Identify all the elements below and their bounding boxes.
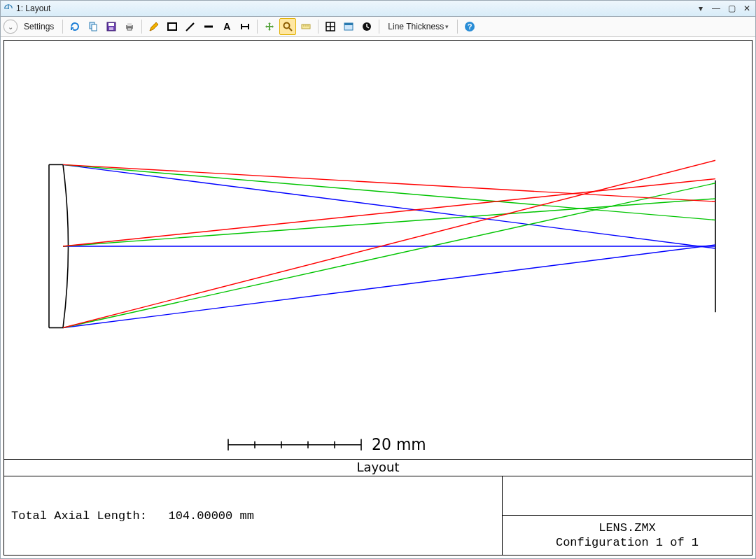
- layout-window: 1: Layout ▾ ― ▢ ✕ ⌄ Settings: [0, 0, 756, 559]
- app-icon: [4, 3, 13, 13]
- minimize-button[interactable]: ―: [710, 3, 722, 13]
- line-thickness-dropdown[interactable]: Line Thickness ▾: [383, 18, 454, 35]
- svg-line-16: [289, 28, 292, 31]
- svg-text:?: ?: [468, 22, 472, 31]
- content-area: 20 mm Layout Total Axial Length: 104.000…: [1, 37, 755, 558]
- info-bottom-right: LENS.ZMX Configuration 1 of 1: [503, 516, 752, 555]
- scale-bar: [228, 439, 361, 451]
- quadrant-icon[interactable]: [322, 18, 339, 35]
- svg-line-37: [63, 183, 715, 328]
- lock-aspect-icon[interactable]: [358, 18, 375, 35]
- svg-rect-5: [109, 27, 113, 30]
- ruler-icon[interactable]: [298, 18, 314, 35]
- ray-trace-svg: 20 mm: [4, 41, 752, 459]
- scale-bar-label: 20 mm: [372, 435, 426, 453]
- line-tool-icon[interactable]: [200, 18, 217, 35]
- expand-settings-icon[interactable]: ⌄: [4, 20, 18, 34]
- info-top-right: [503, 476, 752, 516]
- pan-icon[interactable]: [261, 18, 278, 35]
- svg-rect-4: [108, 23, 114, 26]
- info-panel: Total Axial Length: 104.00000 mm LENS.ZM…: [4, 476, 752, 556]
- svg-point-0: [8, 8, 9, 9]
- svg-rect-8: [127, 28, 132, 30]
- line-thickness-label: Line Thickness: [388, 22, 444, 31]
- svg-line-40: [63, 160, 715, 327]
- pencil-icon[interactable]: [146, 18, 162, 35]
- svg-rect-9: [168, 23, 176, 30]
- toolbar: ⌄ Settings A: [1, 17, 755, 37]
- close-button[interactable]: ✕: [741, 3, 752, 13]
- refresh-icon[interactable]: [66, 18, 83, 35]
- copy-icon[interactable]: [85, 18, 102, 35]
- print-icon[interactable]: [121, 18, 138, 35]
- axial-length-readout: Total Axial Length: 104.00000 mm: [4, 476, 503, 555]
- maximize-button[interactable]: ▢: [726, 3, 737, 13]
- zoom-icon[interactable]: [279, 18, 296, 35]
- rays-field-full: [63, 160, 715, 327]
- svg-line-35: [63, 164, 715, 220]
- window-menu-button[interactable]: ▾: [695, 3, 706, 13]
- svg-point-15: [284, 23, 290, 29]
- lens-filename: LENS.ZMX: [598, 521, 656, 535]
- svg-rect-7: [127, 23, 132, 26]
- window-title: 1: Layout: [16, 3, 50, 13]
- svg-line-34: [63, 245, 715, 328]
- layout-plot[interactable]: 20 mm: [4, 40, 752, 460]
- rectangle-tool-icon[interactable]: [164, 18, 181, 35]
- svg-line-38: [63, 164, 715, 201]
- plot-caption: Layout: [4, 460, 752, 476]
- titlebar: 1: Layout ▾ ― ▢ ✕: [1, 1, 755, 17]
- svg-line-36: [63, 199, 715, 246]
- configuration-readout: Configuration 1 of 1: [556, 535, 699, 550]
- save-icon[interactable]: [103, 18, 120, 35]
- arrow-tool-icon[interactable]: [182, 18, 199, 35]
- svg-rect-2: [92, 24, 97, 31]
- chevron-down-icon: ▾: [445, 23, 449, 30]
- dimension-tool-icon[interactable]: [237, 18, 253, 35]
- window-list-icon[interactable]: [340, 18, 357, 35]
- text-tool-icon[interactable]: A: [218, 18, 235, 35]
- help-icon[interactable]: ?: [461, 18, 478, 35]
- settings-button[interactable]: Settings: [19, 18, 59, 35]
- window-controls: ▾ ― ▢ ✕: [695, 3, 752, 13]
- svg-rect-25: [344, 23, 353, 25]
